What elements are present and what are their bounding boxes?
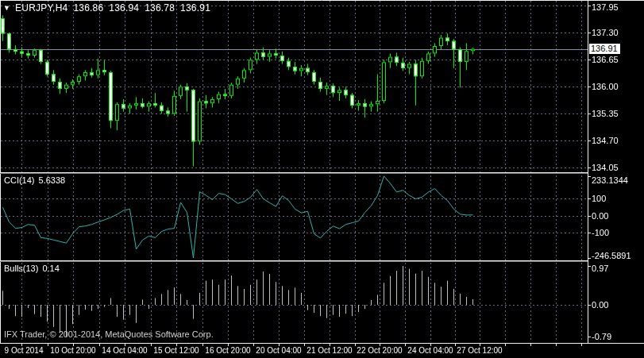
chart-canvas[interactable] xyxy=(0,0,644,358)
chart-window: ▼EURJPY,H4136.86136.94136.78136.91 CCI(1… xyxy=(0,0,644,358)
